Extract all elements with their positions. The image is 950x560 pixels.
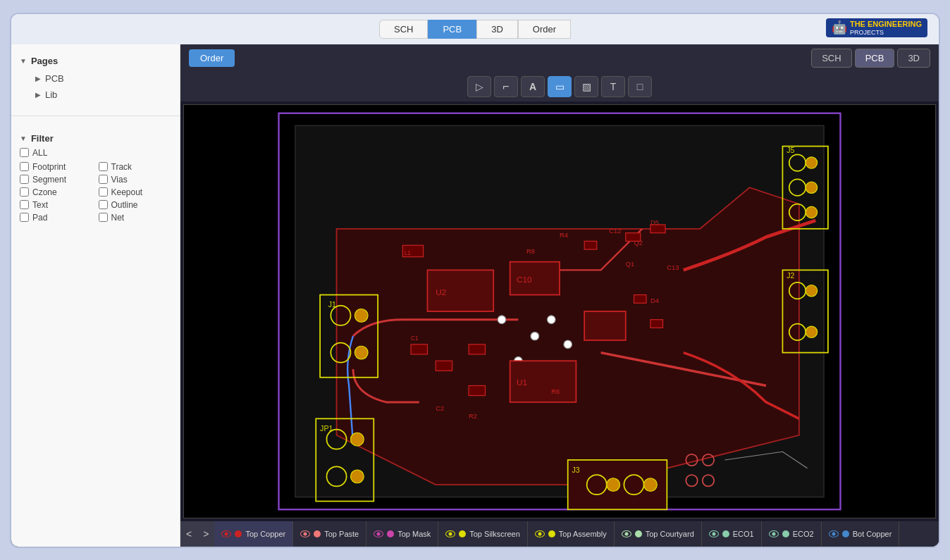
svg-point-10 bbox=[350, 433, 364, 446]
svg-point-26 bbox=[806, 326, 817, 337]
filter-footprint[interactable]: Footprint bbox=[20, 162, 93, 172]
pcb-chevron: ▶ bbox=[35, 75, 41, 82]
filter-label: Filter bbox=[31, 133, 54, 144]
svg-rect-50 bbox=[469, 344, 485, 354]
svg-point-20 bbox=[806, 206, 817, 218]
filter-keepout-checkbox[interactable] bbox=[99, 187, 108, 197]
svg-rect-67 bbox=[650, 224, 665, 232]
pages-header[interactable]: ▼ Pages bbox=[20, 51, 171, 70]
order-button[interactable]: Order bbox=[189, 49, 235, 67]
tool-wire[interactable]: ⌐ bbox=[494, 76, 518, 97]
top-paste-label: Top Paste bbox=[324, 530, 359, 538]
tool-box[interactable]: □ bbox=[628, 76, 652, 97]
layer-tab-bot-copper[interactable]: Bot Copper bbox=[822, 521, 900, 547]
layer-prev-btn[interactable]: < bbox=[180, 521, 197, 547]
svg-text:R4: R4 bbox=[560, 231, 568, 238]
tool-select[interactable]: ▷ bbox=[467, 76, 491, 97]
filter-text-checkbox[interactable] bbox=[20, 200, 29, 209]
view-pcb-btn[interactable]: PCB bbox=[855, 49, 895, 68]
layer-tab-eco1[interactable]: ECO1 bbox=[702, 521, 762, 547]
sidebar-item-lib[interactable]: ▶ Lib bbox=[20, 87, 171, 103]
filter-segment[interactable]: Segment bbox=[20, 175, 93, 185]
tab-sch[interactable]: SCH bbox=[379, 20, 428, 39]
svg-text:U1: U1 bbox=[517, 378, 527, 387]
filter-footprint-checkbox[interactable] bbox=[20, 162, 29, 171]
filter-vias-checkbox[interactable] bbox=[99, 175, 108, 184]
svg-point-37 bbox=[564, 340, 572, 349]
view-3d-btn[interactable]: 3D bbox=[897, 49, 930, 68]
svg-rect-44 bbox=[584, 311, 626, 340]
filter-keepout[interactable]: Keepout bbox=[99, 187, 172, 197]
filter-all[interactable]: ALL bbox=[20, 148, 171, 158]
filter-section: ▼ Filter ALL Footprint Track bbox=[11, 122, 180, 230]
pages-section: ▼ Pages ▶ PCB ▶ Lib bbox=[11, 44, 180, 110]
svg-point-6 bbox=[354, 346, 368, 359]
filter-segment-label: Segment bbox=[32, 175, 66, 185]
svg-text:J1: J1 bbox=[328, 300, 336, 309]
layer-tab-top-assembly[interactable]: Top Assembly bbox=[528, 521, 615, 547]
tool-rect[interactable]: ▭ bbox=[548, 76, 572, 97]
tab-pcb[interactable]: PCB bbox=[428, 20, 476, 39]
filter-czone[interactable]: Czone bbox=[20, 187, 93, 197]
layer-tab-top-copper[interactable]: Top Copper bbox=[214, 521, 293, 547]
top-silkscreen-label: Top Silkscreen bbox=[469, 530, 520, 538]
eco1-eye-icon bbox=[709, 530, 719, 537]
filter-net[interactable]: Net bbox=[99, 213, 172, 223]
filter-all-checkbox[interactable] bbox=[20, 148, 29, 157]
svg-point-12 bbox=[350, 470, 364, 483]
tool-hatch[interactable]: ▨ bbox=[574, 76, 598, 97]
pages-chevron: ▼ bbox=[20, 57, 27, 65]
filter-czone-checkbox[interactable] bbox=[20, 187, 29, 197]
tool-text[interactable]: A bbox=[521, 76, 545, 97]
layer-tab-top-mask[interactable]: Top Mask bbox=[366, 521, 438, 547]
top-copper-label: Top Copper bbox=[245, 530, 285, 538]
svg-text:Q1: Q1 bbox=[626, 260, 635, 267]
top-mask-label: Top Mask bbox=[397, 530, 431, 538]
tab-3d[interactable]: 3D bbox=[476, 20, 518, 39]
sidebar-item-pcb[interactable]: ▶ PCB bbox=[20, 70, 171, 87]
filter-track-checkbox[interactable] bbox=[99, 162, 108, 171]
tool-text2[interactable]: T bbox=[601, 76, 625, 97]
svg-rect-69 bbox=[634, 294, 646, 303]
svg-text:C12: C12 bbox=[609, 227, 621, 234]
pages-label: Pages bbox=[31, 56, 58, 66]
filter-text-label: Text bbox=[32, 200, 48, 210]
filter-pad-checkbox[interactable] bbox=[20, 213, 29, 222]
layer-next-btn[interactable]: > bbox=[197, 521, 214, 547]
svg-text:R2: R2 bbox=[469, 413, 477, 420]
filter-text[interactable]: Text bbox=[20, 200, 93, 210]
main-area: ▼ Pages ▶ PCB ▶ Lib ▼ Filter bbox=[11, 44, 939, 547]
filter-header[interactable]: ▼ Filter bbox=[20, 129, 171, 148]
filter-keepout-label: Keepout bbox=[111, 187, 143, 197]
svg-rect-52 bbox=[411, 344, 427, 354]
top-silkscreen-dot bbox=[459, 530, 466, 537]
layer-tab-top-paste[interactable]: Top Paste bbox=[293, 521, 366, 547]
svg-text:D4: D4 bbox=[650, 297, 659, 304]
toolbar-row: ▷ ⌐ A ▭ ▨ T □ bbox=[180, 72, 939, 101]
filter-segment-checkbox[interactable] bbox=[20, 175, 29, 184]
sidebar-divider bbox=[11, 116, 180, 116]
filter-pad[interactable]: Pad bbox=[20, 213, 93, 223]
filter-net-checkbox[interactable] bbox=[99, 213, 108, 222]
layer-tab-eco2[interactable]: ECO2 bbox=[762, 521, 822, 547]
tab-order[interactable]: Order bbox=[518, 20, 571, 39]
top-assembly-dot bbox=[548, 530, 555, 537]
filter-outline[interactable]: Outline bbox=[99, 200, 172, 210]
filter-track[interactable]: Track bbox=[99, 162, 172, 172]
layer-tab-top-courtyard[interactable]: Top Courtyard bbox=[615, 521, 702, 547]
pcb-canvas[interactable]: J1 JP1 bbox=[183, 104, 936, 518]
filter-outline-checkbox[interactable] bbox=[99, 200, 108, 209]
layer-tab-top-silkscreen[interactable]: Top Silkscreen bbox=[438, 521, 528, 547]
editor-topbar-right: SCH PCB 3D bbox=[811, 49, 930, 68]
filter-outline-label: Outline bbox=[111, 200, 138, 210]
eco1-label: ECO1 bbox=[733, 530, 754, 538]
svg-text:C10: C10 bbox=[517, 274, 532, 283]
filter-chevron: ▼ bbox=[20, 135, 27, 142]
top-paste-eye-icon bbox=[300, 530, 310, 537]
logo-sub: PROJECTS bbox=[850, 29, 922, 36]
svg-point-36 bbox=[547, 315, 555, 323]
view-sch-btn[interactable]: SCH bbox=[811, 49, 851, 68]
svg-text:C1: C1 bbox=[411, 335, 419, 342]
filter-vias[interactable]: Vias bbox=[99, 175, 172, 185]
svg-text:JP1: JP1 bbox=[320, 423, 333, 432]
